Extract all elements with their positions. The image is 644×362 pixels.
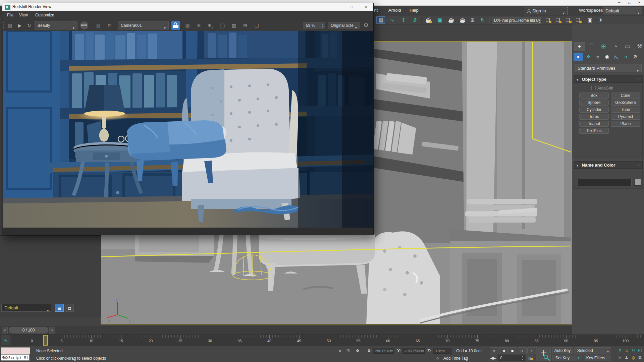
go-to-start-button[interactable]: « [490,347,498,354]
transform-typein-icon[interactable]: ✥ [354,348,361,354]
zoom-region-icon[interactable]: ◰ [637,347,643,353]
spinner-arrows[interactable]: ▲▼ [322,23,324,28]
object-type-button-tube[interactable]: Tube [611,107,640,113]
previous-frame-button[interactable]: ◀ [499,347,508,354]
rendered-image[interactable] [3,31,373,228]
object-type-rollout-header[interactable]: ▼ Object Type ∷ [574,75,643,83]
menu-item-arnold[interactable]: Arnold [388,8,401,13]
object-type-button-sphere[interactable]: Sphere [579,100,609,106]
autogrid-checkbox[interactable]: AutoGrid [591,86,613,90]
main-close-button[interactable]: ✕ [635,0,644,5]
prev-key-button[interactable]: < [2,327,8,334]
primitives-category-dropdown[interactable]: Standard Primitives ▼ [575,64,642,72]
copy-snapshot-icon[interactable]: ❏ [253,21,261,29]
rs-menu-file[interactable]: File [7,13,13,17]
spinner-arrows[interactable]: ▲▼ [521,355,524,361]
frame-range-display[interactable]: 0 / 100 [9,327,48,334]
bucket-grid-icon[interactable]: ▦ [183,21,192,29]
hierarchy-view-button[interactable]: ⧉ [65,304,74,312]
state-sets-icon[interactable]: ⊞ [468,16,477,24]
project-folder-dropdown[interactable]: D:\Final pro...Home library▼ [492,17,541,24]
tab-create[interactable]: + [574,42,585,51]
tab-motion[interactable]: ◔ [610,42,621,51]
orbit-icon[interactable]: ◍ [630,355,637,361]
tab-modify[interactable]: ⌒ [586,42,597,51]
scene-explorer-toggle-icon[interactable]: ▦ [376,16,385,24]
object-type-button-pyramid[interactable]: Pyramid [611,114,640,120]
display-size-dropdown[interactable]: Original Size▼ [328,22,360,29]
object-color-swatch[interactable] [634,179,641,186]
default-in-out-tangents-icon[interactable]: ✦ [574,355,582,361]
layer-explorer-button[interactable]: ≣ [55,304,64,312]
y-coordinate-field[interactable]: -103.256cm [402,348,425,354]
render-setup-icon[interactable]: ☕ [424,16,433,24]
object-type-button-torus[interactable]: Torus [579,114,609,120]
zoom-icon[interactable]: ⇕ [616,347,623,353]
name-and-color-rollout-header[interactable]: ▼ Name and Color ∷ [574,161,643,169]
isolate-selection-icon[interactable]: ⌗ [337,348,343,354]
curve-editor-icon[interactable]: ∿ [388,16,396,24]
object-type-button-plane[interactable]: Plane [611,121,640,127]
tab-hierarchy[interactable]: ⊞ [598,42,609,51]
checkbox[interactable] [591,86,596,90]
object-name-input[interactable] [578,179,632,186]
next-key-button[interactable]: > [49,327,55,334]
region-render-icon[interactable]: ◯ [218,21,226,29]
camera-lock-button[interactable] [171,21,180,30]
add-snapshot-icon[interactable]: ⊞ [241,21,249,29]
open-scene-explorer-icon[interactable]: ❏ [553,16,562,24]
main-maximize-button[interactable]: □ [625,0,634,5]
object-type-button-cylinder[interactable]: Cylinder [579,107,609,113]
select-similar-icon[interactable]: ⇵ [411,16,419,24]
aov-dropdown[interactable]: Beauty▼ [35,21,77,29]
render-settings-gear-icon[interactable]: ⚙ [362,21,370,29]
play-button[interactable]: ▶ [508,347,517,354]
auto-freeze-icon[interactable]: ❄A [206,21,214,29]
workspace-dropdown[interactable]: Default ▼ [603,7,642,14]
redshift-render-view-window[interactable]: Redshift Render View ─ □ ✕ File View Cus… [2,3,374,235]
auto-key-button[interactable]: Auto Key [552,347,573,354]
key-filters-button[interactable]: Key Filters... [584,355,611,361]
rs-menu-customize[interactable]: Customize [35,13,54,17]
start-render-icon[interactable]: ▶ [16,21,24,29]
tab-utilities[interactable]: ⚒ [634,42,644,51]
timeline[interactable]: ∿ 05101520253035404550556065707580859095… [0,335,644,347]
drag-handle[interactable] [3,22,4,29]
next-frame-button[interactable]: ▷ [518,347,527,354]
saved-scene-explorer-icon[interactable]: ❏ [564,16,572,24]
add-time-tag[interactable]: Add Time Tag [443,356,468,361]
subtab-cameras[interactable]: ◉ [602,53,612,61]
maxscript-mini-listener-pink[interactable] [1,347,30,354]
subtab-spacewarps[interactable]: ≈ [621,53,631,61]
snapshot-icon[interactable]: ▤ [6,21,14,29]
zoom-all-icon[interactable]: ⌂ [623,347,630,353]
mini-curve-editor-button[interactable]: ∿ [1,336,10,345]
snapshot-gallery-icon[interactable]: ▨ [230,21,238,29]
ribbon-toggle-icon[interactable]: ↧ [399,16,408,24]
time-ruler[interactable]: 0510152025303540455055606570758085909510… [13,335,642,346]
crop-region-icon[interactable]: ⊡ [106,21,114,29]
field-of-view-icon[interactable]: ≻ [616,355,623,361]
time-slider[interactable] [43,335,48,346]
render-iterative-icon[interactable]: ☕ [458,16,467,24]
main-minimize-button[interactable]: ─ [614,0,624,5]
zoom-percent-field[interactable]: 59 %▲▼ [303,22,325,29]
selection-filter-dropdown[interactable]: Selected▼ [574,347,611,354]
z-coordinate-field[interactable]: 0.0cm [433,348,451,354]
rendered-frame-icon[interactable]: ▣ [586,16,594,24]
new-scene-explorer-icon[interactable]: ❏ [543,16,552,24]
rs-close-button[interactable]: ✕ [359,3,373,11]
object-type-button-textplus[interactable]: TextPlus [579,128,609,134]
environment-light-icon[interactable]: ☀ [596,16,605,24]
rs-maximize-button[interactable]: □ [344,3,359,11]
manage-scene-explorer-icon[interactable]: ❏ [574,16,582,24]
subtab-geometry[interactable]: ● [574,53,583,61]
restart-render-icon[interactable]: ↻ [25,21,33,29]
object-type-button-box[interactable]: Box [579,93,609,99]
set-keys-button[interactable]: + [536,347,551,361]
object-type-button-cone[interactable]: Cone [611,93,640,99]
menu-item-help[interactable]: Help [410,8,419,13]
subtab-systems[interactable]: ⚙ [631,53,640,61]
rgb-channel-button[interactable]: RGB [80,21,88,29]
subtab-lights[interactable]: ☼ [593,53,602,61]
